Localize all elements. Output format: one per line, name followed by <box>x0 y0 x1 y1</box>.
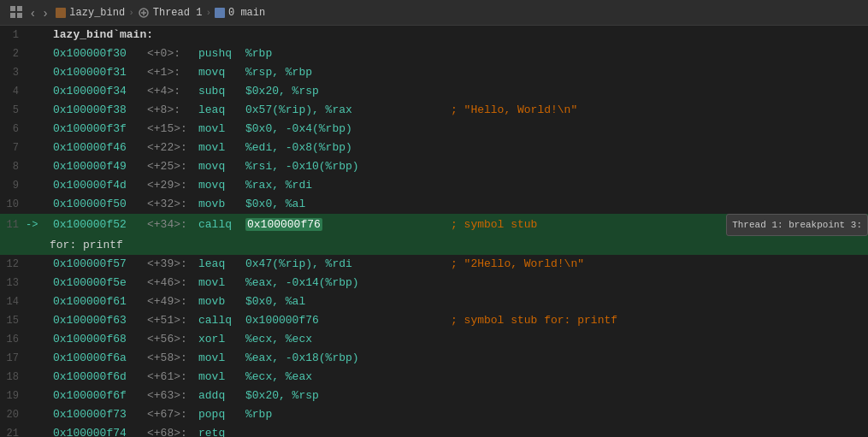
code-row: 4 -> 0x100000f34 <+4>: subq $0x20, %rsp <box>0 82 868 101</box>
prev-button[interactable]: ‹ <box>27 5 38 21</box>
comment-text: ; symbol stub for: printf <box>451 311 868 330</box>
offset: <+34>: <box>147 216 198 234</box>
offset: <+56>: <box>147 330 198 349</box>
code-line: 0x100000f73 <+67>: popq %rbp <box>50 405 868 424</box>
breadcrumb-item-file[interactable]: lazy_bind <box>56 7 125 19</box>
address: 0x100000f5e <box>53 274 147 292</box>
code-row: 11 -> 0x100000f52 <+34>: callq 0x100000f… <box>0 214 868 236</box>
highlight-addr: 0x100000f76 <box>245 218 322 231</box>
offset: <+22>: <box>147 139 198 157</box>
svg-rect-2 <box>10 13 15 18</box>
code-row: 15 -> 0x100000f63 <+51>: callq 0x100000f… <box>0 311 868 330</box>
mnemonic: pushq <box>198 44 245 63</box>
mnemonic: movl <box>198 120 245 139</box>
offset: <+49>: <box>147 292 198 311</box>
code-line: 0x100000f46 <+22>: movl %edi, -0x8(%rbp) <box>50 139 868 157</box>
line-number: 3 <box>0 63 26 82</box>
arrow-col: -> <box>26 274 50 292</box>
operand: %ecx, %eax <box>245 368 416 387</box>
operand: $0x0, %al <box>245 292 416 311</box>
line-number: 2 <box>0 44 26 63</box>
mnemonic: movq <box>198 157 245 176</box>
line-number: 8 <box>0 157 26 176</box>
mnemonic: leaq <box>198 255 245 274</box>
operand-text: %ecx, %eax <box>245 370 312 383</box>
offset: <+58>: <box>147 349 198 368</box>
arrow-col: -> <box>26 387 50 405</box>
code-line: 0x100000f50 <+32>: movb $0x0, %al <box>50 195 868 214</box>
line-number: 14 <box>0 292 26 311</box>
operand: 0x47(%rip), %rdi <box>245 255 416 274</box>
mnemonic: addq <box>198 387 245 405</box>
back-button[interactable] <box>7 4 26 21</box>
operand: %eax, -0x14(%rbp) <box>245 274 416 292</box>
code-row: 19 -> 0x100000f6f <+63>: addq $0x20, %rs… <box>0 387 868 405</box>
mnemonic: movb <box>198 292 245 311</box>
offset: <+1>: <box>147 63 198 82</box>
breadcrumb-label-file: lazy_bind <box>69 7 125 19</box>
arrow-col: -> <box>26 120 50 139</box>
operand-text: $0x20, %rsp <box>245 389 319 402</box>
code-line: 0x100000f34 <+4>: subq $0x20, %rsp <box>50 82 868 101</box>
arrow-col: -> <box>26 195 50 214</box>
code-line: 0x100000f68 <+56>: xorl %ecx, %ecx <box>50 330 868 349</box>
address: 0x100000f61 <box>53 292 147 311</box>
operand: %rsp, %rbp <box>245 63 416 82</box>
code-line: 0x100000f57 <+39>: leaq 0x47(%rip), %rdi… <box>50 255 868 274</box>
offset: <+15>: <box>147 120 198 139</box>
arrow-col: -> <box>26 157 50 176</box>
address: 0x100000f38 <box>53 101 147 120</box>
code-row: 20 -> 0x100000f73 <+67>: popq %rbp <box>0 405 868 424</box>
operand: $0x0, -0x4(%rbp) <box>245 120 416 139</box>
code-row: 10 -> 0x100000f50 <+32>: movb $0x0, %al <box>0 195 868 214</box>
code-line: 0x100000f38 <+8>: leaq 0x57(%rip), %rax … <box>50 101 868 120</box>
offset: <+8>: <box>147 101 198 120</box>
operand: %eax, -0x18(%rbp) <box>245 349 416 368</box>
label-text: lazy_bind`main: <box>50 26 868 44</box>
arrow-col: -> <box>26 101 50 120</box>
breadcrumb-item-frame[interactable]: 0 main <box>215 7 265 19</box>
code-row: 3 -> 0x100000f31 <+1>: movq %rsp, %rbp <box>0 63 868 82</box>
sub-label: for: printf <box>50 236 123 255</box>
breadcrumb-item-thread[interactable]: Thread 1 <box>138 7 203 19</box>
arrow-col: -> <box>26 349 50 368</box>
operand: 0x100000f76 <box>245 216 416 234</box>
operand: %rbp <box>245 405 416 424</box>
next-button[interactable]: › <box>40 5 51 21</box>
offset: <+68>: <box>147 424 198 437</box>
code-row: 13 -> 0x100000f5e <+46>: movl %eax, -0x1… <box>0 274 868 292</box>
grid-icon <box>10 7 22 21</box>
offset: <+67>: <box>147 405 198 424</box>
code-row: for: printf <box>0 236 868 255</box>
line-number: 4 <box>0 82 26 101</box>
arrow-col: -> <box>26 330 50 349</box>
operand-text: %eax, -0x14(%rbp) <box>245 276 359 289</box>
nav-buttons: ‹ › <box>7 4 50 21</box>
address: 0x100000f46 <box>53 139 147 157</box>
line-number: 18 <box>0 368 26 387</box>
mnemonic: subq <box>198 82 245 101</box>
code-row: 2 -> 0x100000f30 <+0>: pushq %rbp <box>0 44 868 63</box>
mnemonic: xorl <box>198 330 245 349</box>
address: 0x100000f34 <box>53 82 147 101</box>
mnemonic: movl <box>198 274 245 292</box>
code-area: 1 lazy_bind`main: 2 -> 0x100000f30 <+0>:… <box>0 26 868 437</box>
code-line: 0x100000f61 <+49>: movb $0x0, %al <box>50 292 868 311</box>
operand-text: %rsp, %rbp <box>245 66 312 79</box>
code-row: 14 -> 0x100000f61 <+49>: movb $0x0, %al <box>0 292 868 311</box>
line-number: 13 <box>0 274 26 292</box>
offset: <+51>: <box>147 311 198 330</box>
frame-icon <box>215 8 225 18</box>
code-line: 0x100000f6f <+63>: addq $0x20, %rsp <box>50 387 868 405</box>
arrow-col: -> <box>26 292 50 311</box>
code-row: 8 -> 0x100000f49 <+25>: movq %rsi, -0x10… <box>0 157 868 176</box>
line-number: 1 <box>0 26 26 44</box>
operand-text: %rbp <box>245 47 272 60</box>
address: 0x100000f74 <box>53 424 147 437</box>
address: 0x100000f57 <box>53 255 147 274</box>
arrow-col: -> <box>26 63 50 82</box>
code-row: 5 -> 0x100000f38 <+8>: leaq 0x57(%rip), … <box>0 101 868 120</box>
comment-text: ; "Hello, World!\n" <box>451 101 868 120</box>
operand: $0x20, %rsp <box>245 82 416 101</box>
address: 0x100000f52 <box>53 216 147 234</box>
